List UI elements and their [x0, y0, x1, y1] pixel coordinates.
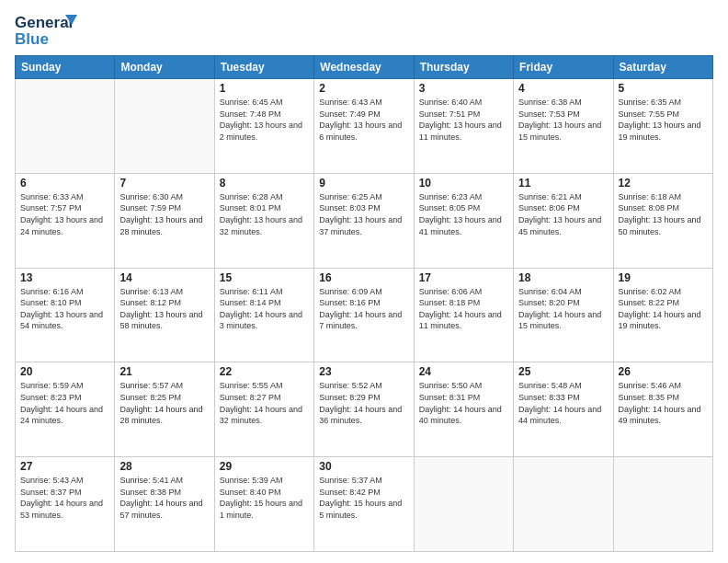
day-number: 20	[20, 365, 109, 378]
day-info: Sunrise: 5:52 AMSunset: 8:29 PMDaylight:…	[319, 380, 408, 426]
weekday-header-tuesday: Tuesday	[214, 56, 313, 79]
table-cell	[514, 457, 613, 552]
day-number: 7	[119, 177, 209, 190]
day-info: Sunrise: 6:35 AMSunset: 7:55 PMDaylight:…	[619, 97, 708, 143]
day-info: Sunrise: 5:59 AMSunset: 8:23 PMDaylight:…	[20, 380, 109, 426]
weekday-header-saturday: Saturday	[613, 56, 712, 79]
day-info: Sunrise: 6:45 AMSunset: 7:48 PMDaylight:…	[220, 97, 309, 143]
day-info: Sunrise: 6:33 AMSunset: 7:57 PMDaylight:…	[20, 191, 109, 237]
week-row-1: 1Sunrise: 6:45 AMSunset: 7:48 PMDaylight…	[16, 79, 713, 174]
day-info: Sunrise: 6:30 AMSunset: 7:59 PMDaylight:…	[119, 191, 209, 237]
table-cell: 8Sunrise: 6:28 AMSunset: 8:01 PMDaylight…	[214, 173, 313, 268]
day-number: 6	[20, 177, 109, 190]
table-cell: 27Sunrise: 5:43 AMSunset: 8:37 PMDayligh…	[16, 457, 115, 552]
day-info: Sunrise: 5:55 AMSunset: 8:27 PMDaylight:…	[220, 380, 309, 426]
day-number: 3	[419, 82, 508, 95]
day-info: Sunrise: 5:39 AMSunset: 8:40 PMDaylight:…	[220, 475, 309, 521]
day-number: 16	[319, 271, 408, 284]
header: GeneralBlue	[15, 11, 713, 48]
calendar-header: SundayMondayTuesdayWednesdayThursdayFrid…	[16, 56, 713, 79]
table-cell: 7Sunrise: 6:30 AMSunset: 7:59 PMDaylight…	[115, 173, 214, 268]
day-info: Sunrise: 5:43 AMSunset: 8:37 PMDaylight:…	[20, 475, 109, 521]
table-cell: 29Sunrise: 5:39 AMSunset: 8:40 PMDayligh…	[214, 457, 313, 552]
table-cell	[115, 79, 214, 174]
table-cell: 26Sunrise: 5:46 AMSunset: 8:35 PMDayligh…	[613, 362, 712, 457]
day-info: Sunrise: 6:25 AMSunset: 8:03 PMDaylight:…	[319, 191, 408, 237]
table-cell: 22Sunrise: 5:55 AMSunset: 8:27 PMDayligh…	[214, 362, 313, 457]
table-cell: 23Sunrise: 5:52 AMSunset: 8:29 PMDayligh…	[314, 362, 414, 457]
day-info: Sunrise: 6:18 AMSunset: 8:08 PMDaylight:…	[619, 191, 708, 237]
day-number: 24	[419, 365, 508, 378]
day-info: Sunrise: 6:40 AMSunset: 7:51 PMDaylight:…	[419, 97, 508, 143]
table-cell: 21Sunrise: 5:57 AMSunset: 8:25 PMDayligh…	[115, 362, 214, 457]
day-number: 4	[518, 82, 608, 95]
table-cell: 3Sunrise: 6:40 AMSunset: 7:51 PMDaylight…	[414, 79, 513, 174]
week-row-4: 20Sunrise: 5:59 AMSunset: 8:23 PMDayligh…	[16, 362, 713, 457]
weekday-header-wednesday: Wednesday	[314, 56, 414, 79]
day-number: 25	[518, 365, 608, 378]
day-info: Sunrise: 5:41 AMSunset: 8:38 PMDaylight:…	[119, 475, 209, 521]
day-info: Sunrise: 6:06 AMSunset: 8:18 PMDaylight:…	[419, 286, 508, 332]
day-number: 29	[220, 460, 309, 473]
day-number: 2	[319, 82, 408, 95]
day-number: 28	[119, 460, 209, 473]
day-info: Sunrise: 6:11 AMSunset: 8:14 PMDaylight:…	[220, 286, 309, 332]
table-cell: 9Sunrise: 6:25 AMSunset: 8:03 PMDaylight…	[314, 173, 414, 268]
day-number: 22	[220, 365, 309, 378]
table-cell: 18Sunrise: 6:04 AMSunset: 8:20 PMDayligh…	[514, 268, 613, 362]
table-cell: 28Sunrise: 5:41 AMSunset: 8:38 PMDayligh…	[115, 457, 214, 552]
day-number: 5	[619, 82, 708, 95]
day-number: 10	[419, 177, 508, 190]
logo-svg: GeneralBlue	[15, 11, 79, 48]
table-cell: 16Sunrise: 6:09 AMSunset: 8:16 PMDayligh…	[314, 268, 414, 362]
table-cell: 30Sunrise: 5:37 AMSunset: 8:42 PMDayligh…	[314, 457, 414, 552]
weekday-header-monday: Monday	[115, 56, 214, 79]
day-number: 17	[419, 271, 508, 284]
day-number: 30	[319, 460, 408, 473]
day-info: Sunrise: 5:37 AMSunset: 8:42 PMDaylight:…	[319, 475, 408, 521]
table-cell: 20Sunrise: 5:59 AMSunset: 8:23 PMDayligh…	[16, 362, 115, 457]
table-cell: 10Sunrise: 6:23 AMSunset: 8:05 PMDayligh…	[414, 173, 513, 268]
day-number: 18	[518, 271, 608, 284]
day-info: Sunrise: 6:13 AMSunset: 8:12 PMDaylight:…	[119, 286, 209, 332]
day-info: Sunrise: 5:46 AMSunset: 8:35 PMDaylight:…	[619, 380, 708, 426]
table-cell: 15Sunrise: 6:11 AMSunset: 8:14 PMDayligh…	[214, 268, 313, 362]
weekday-header-thursday: Thursday	[414, 56, 513, 79]
table-cell: 25Sunrise: 5:48 AMSunset: 8:33 PMDayligh…	[514, 362, 613, 457]
table-cell: 4Sunrise: 6:38 AMSunset: 7:53 PMDaylight…	[514, 79, 613, 174]
svg-text:General: General	[15, 14, 73, 31]
week-row-2: 6Sunrise: 6:33 AMSunset: 7:57 PMDaylight…	[16, 173, 713, 268]
table-cell	[613, 457, 712, 552]
day-number: 14	[119, 271, 209, 284]
day-info: Sunrise: 5:48 AMSunset: 8:33 PMDaylight:…	[518, 380, 608, 426]
week-row-5: 27Sunrise: 5:43 AMSunset: 8:37 PMDayligh…	[16, 457, 713, 552]
calendar-table: SundayMondayTuesdayWednesdayThursdayFrid…	[15, 55, 713, 552]
day-number: 21	[119, 365, 209, 378]
day-number: 27	[20, 460, 109, 473]
day-info: Sunrise: 6:16 AMSunset: 8:10 PMDaylight:…	[20, 286, 109, 332]
svg-text:Blue: Blue	[15, 30, 49, 48]
day-info: Sunrise: 6:09 AMSunset: 8:16 PMDaylight:…	[319, 286, 408, 332]
day-number: 23	[319, 365, 408, 378]
table-cell: 6Sunrise: 6:33 AMSunset: 7:57 PMDaylight…	[16, 173, 115, 268]
day-number: 13	[20, 271, 109, 284]
day-info: Sunrise: 5:57 AMSunset: 8:25 PMDaylight:…	[119, 380, 209, 426]
weekday-header-friday: Friday	[514, 56, 613, 79]
week-row-3: 13Sunrise: 6:16 AMSunset: 8:10 PMDayligh…	[16, 268, 713, 362]
calendar-body: 1Sunrise: 6:45 AMSunset: 7:48 PMDaylight…	[16, 79, 713, 552]
table-cell: 2Sunrise: 6:43 AMSunset: 7:49 PMDaylight…	[314, 79, 414, 174]
day-info: Sunrise: 5:50 AMSunset: 8:31 PMDaylight:…	[419, 380, 508, 426]
day-number: 8	[220, 177, 309, 190]
table-cell: 17Sunrise: 6:06 AMSunset: 8:18 PMDayligh…	[414, 268, 513, 362]
table-cell	[414, 457, 513, 552]
table-cell: 1Sunrise: 6:45 AMSunset: 7:48 PMDaylight…	[214, 79, 313, 174]
table-cell: 11Sunrise: 6:21 AMSunset: 8:06 PMDayligh…	[514, 173, 613, 268]
weekday-header-row: SundayMondayTuesdayWednesdayThursdayFrid…	[16, 56, 713, 79]
page: GeneralBlue SundayMondayTuesdayWednesday…	[0, 0, 728, 563]
day-info: Sunrise: 6:04 AMSunset: 8:20 PMDaylight:…	[518, 286, 608, 332]
day-info: Sunrise: 6:23 AMSunset: 8:05 PMDaylight:…	[419, 191, 508, 237]
table-cell: 24Sunrise: 5:50 AMSunset: 8:31 PMDayligh…	[414, 362, 513, 457]
day-number: 1	[220, 82, 309, 95]
table-cell: 14Sunrise: 6:13 AMSunset: 8:12 PMDayligh…	[115, 268, 214, 362]
day-info: Sunrise: 6:38 AMSunset: 7:53 PMDaylight:…	[518, 97, 608, 143]
